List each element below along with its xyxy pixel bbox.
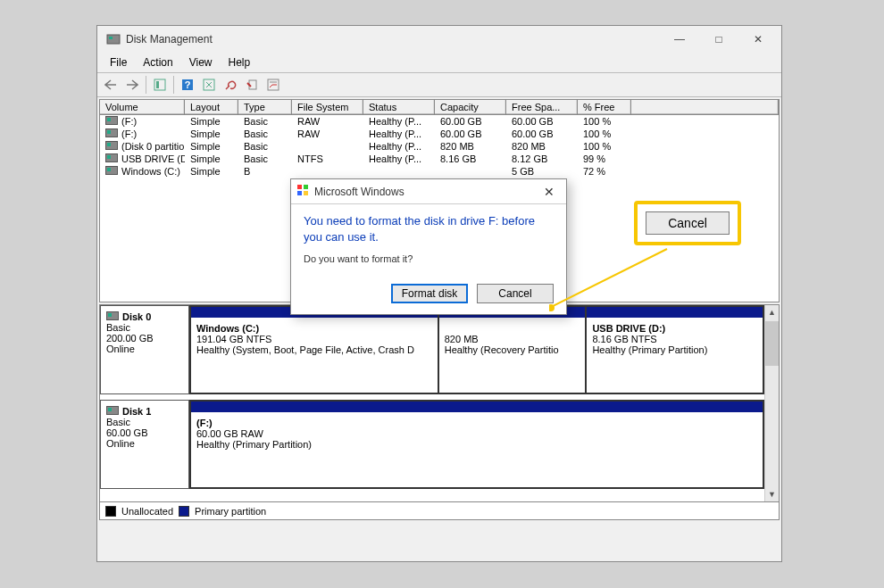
dialog-close-button[interactable]: ✕ (538, 185, 561, 199)
svg-rect-1 (109, 37, 113, 39)
column-headers[interactable]: Volume Layout Type File System Status Ca… (100, 100, 779, 115)
app-icon (106, 32, 121, 46)
menubar: File Action View Help (97, 53, 781, 72)
disk0-label: Disk 0 Basic 200.00 GB Online (100, 305, 189, 394)
volume-row[interactable]: USB DRIVE (D:)SimpleBasicNTFSHealthy (P.… (100, 153, 779, 165)
col-volume[interactable]: Volume (100, 100, 185, 114)
properties-button[interactable] (263, 75, 283, 95)
legend-unallocated-swatch (105, 506, 116, 517)
minimize-button[interactable]: — (660, 27, 699, 52)
vertical-scrollbar[interactable]: ▲ ▼ (764, 305, 779, 501)
titlebar[interactable]: Disk Management — □ ✕ (97, 26, 781, 53)
svg-rect-2 (154, 79, 165, 90)
scroll-thumb[interactable] (765, 321, 779, 366)
maximize-button[interactable]: □ (699, 27, 738, 52)
col-type[interactable]: Type (238, 100, 292, 114)
legend-unallocated-label: Unallocated (121, 506, 173, 517)
legend: Unallocated Primary partition (100, 501, 779, 519)
dialog-app-icon (296, 184, 309, 199)
format-disk-button[interactable]: Format disk (391, 284, 468, 303)
forward-button[interactable] (122, 75, 142, 95)
col-filesystem[interactable]: File System (292, 100, 363, 114)
disk-graphic-area: Disk 0 Basic 200.00 GB Online Windows (C… (99, 304, 780, 520)
volume-row[interactable]: Windows (C:)SimpleB5 GB72 % (100, 165, 779, 178)
cancel-button[interactable]: Cancel (477, 284, 554, 303)
partition-recovery[interactable]: 820 MB Healthy (Recovery Partitio (438, 307, 586, 393)
svg-rect-12 (304, 191, 308, 195)
partition-usb-d[interactable]: USB DRIVE (D:) 8.16 GB NTFS Healthy (Pri… (585, 307, 763, 393)
menu-help[interactable]: Help (221, 54, 258, 70)
col-status[interactable]: Status (363, 100, 435, 114)
svg-rect-3 (156, 81, 159, 88)
col-layout[interactable]: Layout (185, 100, 238, 114)
scroll-up-icon[interactable]: ▲ (765, 305, 779, 319)
dialog-titlebar[interactable]: Microsoft Windows ✕ (291, 179, 566, 204)
svg-rect-11 (297, 191, 302, 195)
format-dialog: Microsoft Windows ✕ You need to format t… (290, 178, 567, 315)
show-hide-button[interactable] (150, 75, 170, 95)
action-button[interactable] (242, 75, 262, 95)
disk0-partitions: Windows (C:) 191.04 GB NTFS Healthy (Sys… (189, 305, 764, 394)
menu-file[interactable]: File (103, 54, 134, 70)
volume-row[interactable]: (F:)SimpleBasicRAWHealthy (P...60.00 GB6… (100, 128, 779, 140)
callout-cancel: Cancel (634, 201, 741, 245)
svg-rect-9 (297, 185, 302, 189)
menu-action[interactable]: Action (136, 54, 179, 70)
dialog-message: You need to format the disk in drive F: … (304, 213, 554, 244)
close-button[interactable]: ✕ (738, 27, 778, 52)
legend-primary-label: Primary partition (195, 506, 266, 517)
col-free[interactable]: Free Spa... (506, 100, 578, 114)
disk-icon (106, 406, 119, 415)
partition-f[interactable]: (F:) 60.00 GB RAW Healthy (Primary Parti… (189, 402, 763, 487)
refresh-button[interactable] (199, 75, 219, 95)
scroll-down-icon[interactable]: ▼ (765, 487, 779, 501)
disk1-partitions: (F:) 60.00 GB RAW Healthy (Primary Parti… (189, 400, 764, 489)
dialog-title: Microsoft Windows (314, 186, 538, 198)
callout-cancel-label: Cancel (646, 211, 730, 235)
disk-row-1[interactable]: Disk 1 Basic 60.00 GB Online (F:) 60.00 … (100, 400, 764, 494)
col-pct[interactable]: % Free (578, 100, 631, 114)
toolbar: ? (97, 72, 781, 97)
back-button[interactable] (101, 75, 121, 95)
dialog-subtext: Do you want to format it? (304, 253, 554, 264)
disk-icon (106, 311, 119, 320)
col-capacity[interactable]: Capacity (435, 100, 506, 114)
help-button[interactable]: ? (178, 75, 197, 95)
volume-row[interactable]: (Disk 0 partition 2)SimpleBasicHealthy (… (100, 140, 779, 153)
volume-row[interactable]: (F:)SimpleBasicRAWHealthy (P...60.00 GB6… (100, 115, 779, 128)
partition-windows-c[interactable]: Windows (C:) 191.04 GB NTFS Healthy (Sys… (189, 307, 438, 393)
svg-rect-10 (304, 185, 308, 189)
legend-primary-swatch (179, 506, 189, 517)
menu-view[interactable]: View (182, 54, 220, 70)
svg-text:?: ? (185, 79, 191, 90)
disk1-label: Disk 1 Basic 60.00 GB Online (100, 400, 189, 489)
col-blank (631, 100, 779, 114)
rescan-button[interactable] (221, 75, 240, 95)
disk-row-0[interactable]: Disk 0 Basic 200.00 GB Online Windows (C… (100, 305, 764, 400)
window-title: Disk Management (126, 33, 660, 46)
